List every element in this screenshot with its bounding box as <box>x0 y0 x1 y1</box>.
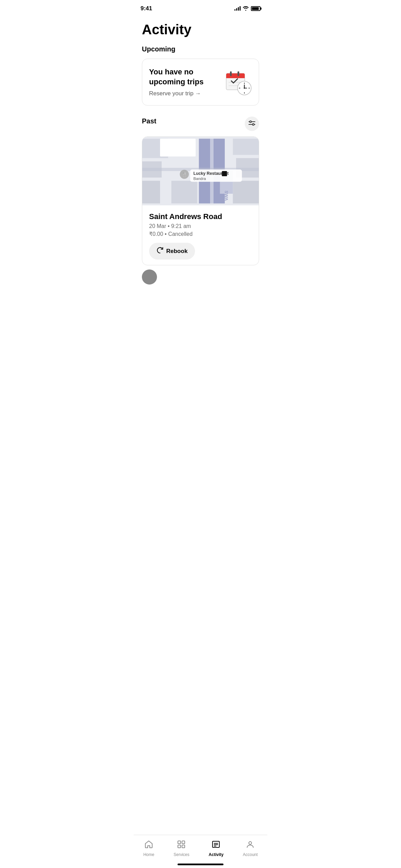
svg-rect-2 <box>226 76 245 78</box>
signal-icon <box>234 7 241 11</box>
svg-rect-34 <box>160 139 196 157</box>
trip-amount-status: ₹0.00 • Cancelled <box>149 231 252 237</box>
trip-date-time: 20 Mar • 9:21 am <box>149 223 252 229</box>
svg-text:🍴: 🍴 <box>182 172 187 177</box>
calendar-clock-icon <box>224 69 252 96</box>
filter-icon <box>248 120 255 128</box>
svg-point-19 <box>253 123 254 125</box>
past-section-header: Past <box>142 117 259 131</box>
status-icons <box>234 6 260 12</box>
svg-text:Bandra: Bandra <box>193 177 206 181</box>
upcoming-section-title: Upcoming <box>142 45 259 53</box>
trip-info: Saint Andrews Road 20 Mar • 9:21 am ₹0.0… <box>142 205 259 265</box>
svg-rect-23 <box>142 181 160 204</box>
svg-rect-40 <box>222 171 227 176</box>
status-time: 9:41 <box>141 5 152 12</box>
svg-text:SWA: SWA <box>224 191 229 201</box>
upcoming-text-block: You have no upcoming trips Reserve your … <box>149 67 224 97</box>
upcoming-card: You have no upcoming trips Reserve your … <box>142 59 259 106</box>
svg-rect-4 <box>238 71 239 76</box>
rebook-icon <box>157 247 163 255</box>
svg-rect-3 <box>230 71 232 76</box>
svg-point-15 <box>244 87 245 89</box>
status-bar: 9:41 <box>134 0 267 15</box>
filter-button[interactable] <box>245 117 259 131</box>
rebook-button[interactable]: Rebook <box>149 243 195 260</box>
svg-rect-27 <box>233 181 259 204</box>
scroll-indicator <box>142 269 157 285</box>
trip-location: Saint Andrews Road <box>149 212 252 221</box>
svg-rect-25 <box>233 139 259 155</box>
battery-icon <box>251 6 260 11</box>
no-trips-text: You have no upcoming trips <box>149 67 224 87</box>
past-section-title: Past <box>142 117 156 125</box>
trip-map: SWA 🍴 Lucky Restaurant Bandra <box>142 137 259 205</box>
trip-card: SWA 🍴 Lucky Restaurant Bandra Saint Andr… <box>142 136 259 265</box>
wifi-icon <box>243 6 249 12</box>
svg-rect-24 <box>171 181 197 204</box>
reserve-trip-link[interactable]: Reserve your trip → <box>149 90 224 97</box>
page-title: Activity <box>142 22 259 37</box>
main-content: Activity Upcoming You have no upcoming t… <box>134 15 267 315</box>
svg-point-18 <box>250 121 252 122</box>
